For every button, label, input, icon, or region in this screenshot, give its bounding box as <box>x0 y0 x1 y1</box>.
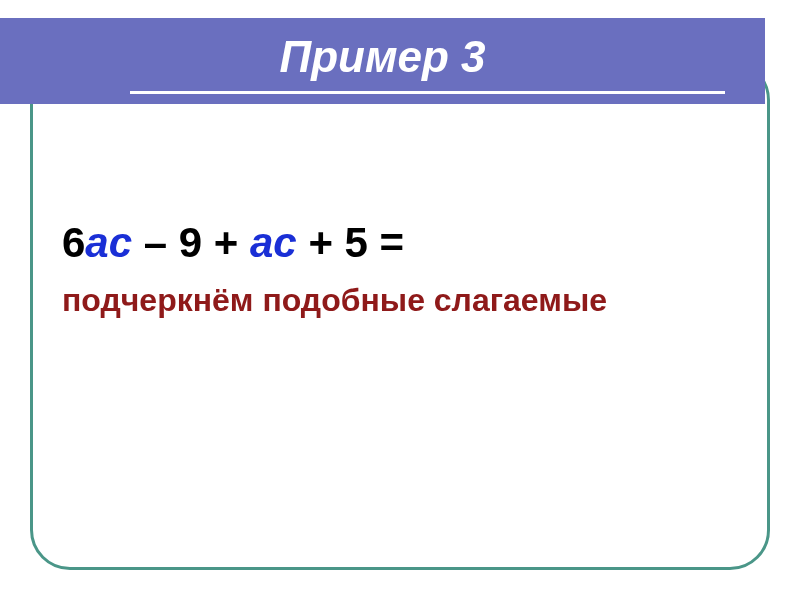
operator-segment-1: – 9 + <box>132 219 250 266</box>
variable-1: ас <box>85 219 132 266</box>
operator-segment-2: + 5 = <box>297 219 404 266</box>
slide-body: 6ас – 9 + ас + 5 = подчеркнём подобные с… <box>62 218 607 319</box>
slide-title: Пример 3 <box>0 18 765 82</box>
coefficient-1: 6 <box>62 219 85 266</box>
variable-2: ас <box>250 219 297 266</box>
slide: Пример 3 6ас – 9 + ас + 5 = подчеркнём п… <box>0 0 800 600</box>
title-bar: Пример 3 <box>0 18 765 104</box>
equation: 6ас – 9 + ас + 5 = <box>62 218 607 268</box>
title-underline <box>130 91 725 94</box>
instruction-text: подчеркнём подобные слагаемые <box>62 282 607 319</box>
